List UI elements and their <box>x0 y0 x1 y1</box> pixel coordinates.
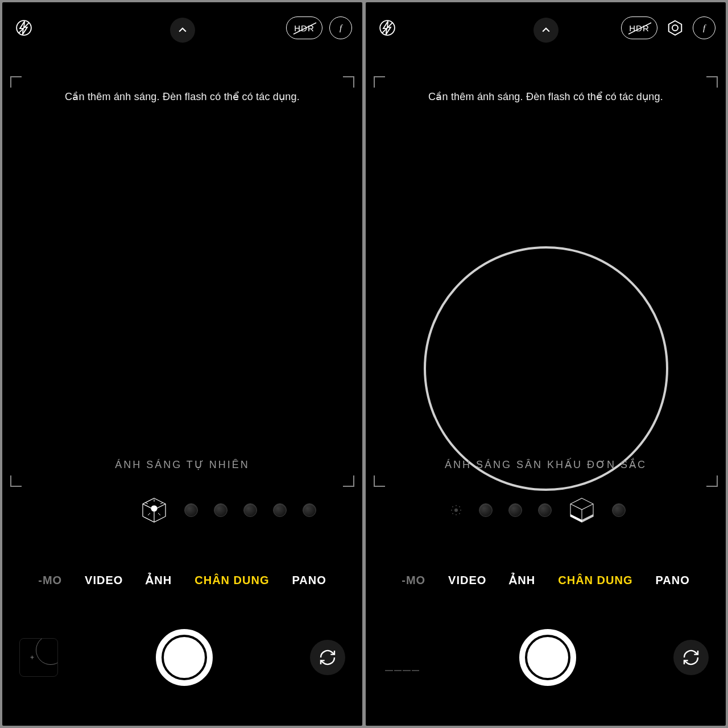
flash-off-icon[interactable] <box>376 16 399 39</box>
lighting-cube-selected-icon[interactable] <box>140 496 168 524</box>
svg-marker-15 <box>669 21 682 35</box>
svg-text:f: f <box>340 23 343 32</box>
mode-photo[interactable]: ẢNH <box>146 573 172 587</box>
svg-point-6 <box>151 506 157 511</box>
lighting-cube-selected-icon[interactable] <box>568 496 596 524</box>
low-light-hint: Cần thêm ánh sáng. Đèn flash có thể có t… <box>2 90 362 103</box>
lighting-option-first[interactable] <box>449 503 463 517</box>
shutter-button[interactable] <box>519 629 576 686</box>
svg-point-22 <box>460 510 461 511</box>
last-photo-thumbnail[interactable] <box>383 638 421 677</box>
lighting-option-dot[interactable] <box>479 503 493 517</box>
lighting-option-dot[interactable] <box>538 503 552 517</box>
chevron-up-icon[interactable] <box>533 18 559 43</box>
svg-line-8 <box>160 503 163 504</box>
lighting-option-dot[interactable] <box>243 503 257 517</box>
camera-mode-strip[interactable]: -MO VIDEO ẢNH CHÂN DUNG PANO <box>366 573 726 587</box>
mode-portrait[interactable]: CHÂN DUNG <box>558 574 632 587</box>
chevron-up-icon[interactable] <box>170 18 195 43</box>
flash-off-icon[interactable] <box>13 16 35 39</box>
svg-point-19 <box>456 505 457 506</box>
mode-photo[interactable]: ẢNH <box>509 573 535 587</box>
mode-slomo[interactable]: -MO <box>38 574 62 587</box>
mode-pano[interactable]: PANO <box>292 574 326 587</box>
hdr-off-button[interactable]: HDR <box>286 16 322 39</box>
lighting-option-dot[interactable] <box>303 503 316 517</box>
viewfinder-frame <box>10 76 354 487</box>
low-light-hint: Cần thêm ánh sáng. Đèn flash có thể có t… <box>366 90 726 103</box>
svg-marker-30 <box>582 514 593 522</box>
mode-video[interactable]: VIDEO <box>448 574 486 587</box>
camera-screen-right: HDR f Cần thêm ánh sáng. Đèn flash có th… <box>366 2 726 726</box>
svg-point-20 <box>456 514 457 515</box>
svg-point-16 <box>672 25 678 31</box>
hdr-off-button[interactable]: HDR <box>621 16 657 39</box>
lighting-option-dot[interactable] <box>273 503 287 517</box>
top-bar: HDR f <box>2 2 362 53</box>
svg-point-18 <box>454 508 458 512</box>
svg-point-26 <box>459 513 460 514</box>
mode-portrait[interactable]: CHÂN DUNG <box>195 574 269 587</box>
svg-line-9 <box>146 503 148 504</box>
svg-point-24 <box>459 506 460 507</box>
svg-line-2 <box>293 23 316 34</box>
shutter-button[interactable] <box>156 629 213 686</box>
lighting-option-dot[interactable] <box>612 503 626 517</box>
flip-camera-button[interactable] <box>310 640 345 675</box>
lighting-hex-icon[interactable] <box>664 16 686 39</box>
lighting-dial[interactable] <box>366 496 726 524</box>
mode-pano[interactable]: PANO <box>655 574 689 587</box>
filters-button[interactable]: f <box>693 16 715 39</box>
last-photo-thumbnail[interactable]: + <box>19 638 58 677</box>
svg-point-25 <box>452 513 453 514</box>
lighting-mode-label: ÁNH SÁNG TỰ NHIÊN <box>2 458 362 471</box>
svg-text:f: f <box>703 23 706 32</box>
portrait-focus-circle <box>424 246 668 491</box>
filters-button[interactable]: f <box>329 16 352 39</box>
svg-marker-29 <box>570 514 582 522</box>
bottom-bar: + <box>2 589 362 726</box>
camera-mode-strip[interactable]: -MO VIDEO ẢNH CHÂN DUNG PANO <box>2 573 362 587</box>
top-bar: HDR f <box>366 2 726 53</box>
lighting-option-dot[interactable] <box>508 503 522 517</box>
lighting-option-dot[interactable] <box>214 503 228 517</box>
bottom-bar <box>366 589 726 726</box>
svg-line-14 <box>628 23 651 34</box>
mode-video[interactable]: VIDEO <box>85 574 123 587</box>
svg-line-10 <box>158 513 160 515</box>
lighting-mode-label: ÁNH SÁNG SÂN KHẤU ĐƠN SẮC <box>366 458 726 471</box>
mode-slomo[interactable]: -MO <box>402 574 425 587</box>
svg-point-21 <box>451 510 452 511</box>
lighting-dial[interactable] <box>2 496 362 524</box>
svg-point-23 <box>452 506 453 507</box>
lighting-option-dot[interactable] <box>184 503 198 517</box>
flip-camera-button[interactable] <box>673 640 709 675</box>
camera-screen-left: HDR f Cần thêm ánh sáng. Đèn flash có th… <box>2 2 362 726</box>
svg-line-11 <box>148 513 150 515</box>
